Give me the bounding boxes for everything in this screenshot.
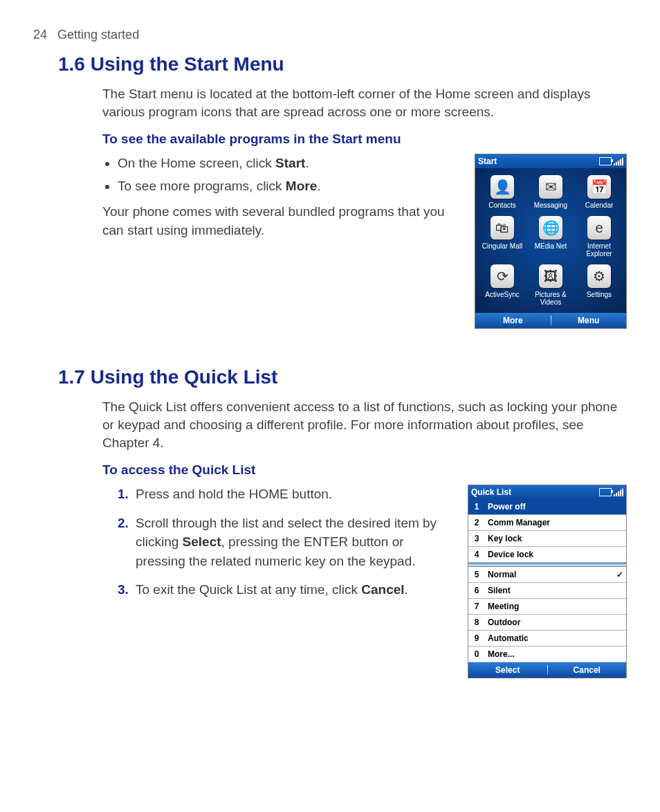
- item-label: Outdoor: [485, 617, 626, 627]
- quicklist-item-device-lock[interactable]: 4Device lock: [468, 547, 626, 563]
- app-label: Calendar: [576, 201, 622, 209]
- softkey-left[interactable]: More: [475, 316, 551, 325]
- app-activesync[interactable]: ⟳ActiveSync: [479, 264, 525, 306]
- step-item: 2. Scroll through the list and select th…: [118, 514, 454, 571]
- section-1-6-subtitle: To see the available programs in the Sta…: [102, 132, 627, 147]
- section-1-6-intro: The Start menu is located at the bottom-…: [102, 85, 627, 120]
- bundled-note: Your phone comes with several bundled pr…: [102, 203, 461, 240]
- section-name: Getting started: [57, 28, 139, 42]
- quicklist-item-key-lock[interactable]: 3Key lock: [468, 531, 626, 547]
- app-pictures-videos[interactable]: 🖼Pictures & Videos: [528, 264, 574, 306]
- status-icons: [599, 488, 623, 496]
- app-cingular-mall[interactable]: 🛍Cingular Mall: [479, 216, 525, 258]
- item-label: Device lock: [485, 550, 626, 559]
- quicklist-item-power-off[interactable]: 1Power off: [468, 499, 626, 515]
- app-media-net[interactable]: 🌐MEdia Net: [528, 216, 574, 258]
- item-number: 3: [468, 534, 485, 543]
- softkey-right[interactable]: Cancel: [548, 665, 627, 675]
- quicklist-item-more-[interactable]: 0More...: [468, 647, 626, 662]
- battery-icon: [599, 157, 612, 165]
- softkey-left[interactable]: Select: [468, 665, 547, 675]
- app-icon: 🖼: [539, 264, 562, 288]
- app-label: Internet Explorer: [576, 242, 622, 258]
- app-icon: ⚙: [587, 264, 611, 288]
- app-messaging[interactable]: ✉Messaging: [528, 175, 574, 209]
- phone-titlebar: Quick List: [468, 485, 626, 499]
- section-1-6-title: 1.6 Using the Start Menu: [58, 53, 627, 75]
- item-number: 9: [468, 633, 485, 643]
- page-number: 24: [33, 28, 47, 42]
- item-label: Comm Manager: [485, 518, 626, 527]
- steps-list: 1. Press and hold the HOME button. 2. Sc…: [102, 485, 454, 599]
- app-icon: ⟳: [491, 264, 514, 288]
- item-label: Power off: [485, 502, 626, 512]
- battery-icon: [599, 488, 612, 496]
- status-icons: [599, 157, 623, 165]
- app-icon: ✉: [539, 175, 562, 199]
- signal-icon: [614, 488, 623, 496]
- signal-icon: [614, 157, 623, 165]
- section-1-7-subtitle: To access the Quick List: [102, 462, 627, 478]
- app-label: MEdia Net: [528, 242, 574, 250]
- step-item: 1. Press and hold the HOME button.: [118, 485, 454, 504]
- bullet-item: To see more programs, click More.: [118, 177, 461, 197]
- item-label: Silent: [485, 586, 626, 595]
- item-number: 7: [468, 602, 485, 611]
- quicklist-item-normal[interactable]: 5Normal✓: [468, 567, 626, 583]
- item-number: 5: [468, 570, 485, 579]
- item-number: 8: [468, 617, 485, 627]
- quicklist-item-outdoor[interactable]: 8Outdoor: [468, 615, 626, 631]
- phone-title: Quick List: [471, 487, 511, 497]
- item-label: Key lock: [485, 534, 626, 543]
- quicklist-item-silent[interactable]: 6Silent: [468, 583, 626, 599]
- section-1-7-title: 1.7 Using the Quick List: [58, 366, 627, 388]
- app-contacts[interactable]: 👤Contacts: [479, 175, 525, 209]
- softkey-bar: Select Cancel: [468, 662, 626, 678]
- softkey-bar: More Menu: [475, 313, 626, 328]
- phone-title: Start: [478, 156, 497, 166]
- softkey-right[interactable]: Menu: [551, 316, 627, 325]
- app-label: Pictures & Videos: [528, 291, 574, 306]
- item-number: 2: [468, 518, 485, 527]
- app-label: Settings: [576, 291, 622, 298]
- item-label: Normal: [485, 570, 614, 579]
- app-label: ActiveSync: [479, 291, 525, 298]
- check-icon: ✓: [614, 570, 626, 579]
- app-internet-explorer[interactable]: eInternet Explorer: [576, 216, 622, 258]
- app-label: Cingular Mall: [479, 242, 525, 250]
- app-icon: 📅: [587, 175, 611, 199]
- step-item: 3. To exit the Quick List at any time, c…: [118, 580, 454, 599]
- quick-list-screenshot: Quick List 1Power off2Comm Manager3Key l…: [468, 485, 627, 678]
- section-1-7-intro: The Quick List offers convenient access …: [102, 398, 627, 451]
- item-label: Automatic: [485, 633, 626, 643]
- item-number: 0: [468, 649, 485, 659]
- app-label: Contacts: [479, 201, 525, 209]
- bullet-list: On the Home screen, click Start. To see …: [102, 154, 461, 196]
- app-label: Messaging: [528, 201, 574, 209]
- quicklist-item-automatic[interactable]: 9Automatic: [468, 631, 626, 647]
- bullet-item: On the Home screen, click Start.: [118, 154, 461, 174]
- quicklist-item-meeting[interactable]: 7Meeting: [468, 599, 626, 615]
- item-number: 6: [468, 586, 485, 595]
- item-label: More...: [485, 649, 626, 659]
- app-icon: 🛍: [491, 216, 514, 240]
- app-settings[interactable]: ⚙Settings: [576, 264, 622, 306]
- phone-titlebar: Start: [475, 154, 626, 168]
- item-number: 4: [468, 550, 485, 559]
- app-icon: e: [587, 216, 611, 240]
- app-icon: 🌐: [539, 216, 562, 240]
- app-calendar[interactable]: 📅Calendar: [576, 175, 622, 209]
- quicklist-item-comm-manager[interactable]: 2Comm Manager: [468, 515, 626, 531]
- app-icon: 👤: [491, 175, 514, 199]
- item-label: Meeting: [485, 602, 626, 611]
- page-header: 24 Getting started: [33, 28, 627, 42]
- start-menu-screenshot: Start 👤Contacts✉Messaging📅Calendar🛍Cingu…: [475, 154, 627, 329]
- item-number: 1: [468, 502, 485, 512]
